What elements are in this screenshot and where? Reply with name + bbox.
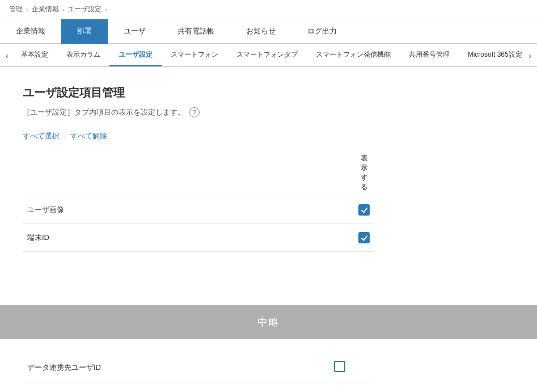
tab-basic[interactable]: 基本設定: [12, 44, 57, 66]
deselect-all-link[interactable]: すべて解除: [70, 131, 107, 141]
terminal-id-label: 端末ID: [23, 224, 354, 252]
breadcrumb-separator-1: ›: [26, 6, 28, 13]
tab-logout[interactable]: ログ出力: [291, 19, 353, 44]
bottom-settings-table: データ連携先ユーザID: [23, 353, 374, 382]
tab-smartphone-send[interactable]: スマートフォン発信機能: [307, 44, 400, 66]
tab-microsoft365[interactable]: Microsoft 365設定: [459, 44, 526, 66]
breadcrumb-item-3: ユーザ設定: [67, 5, 102, 14]
user-image-checkbox[interactable]: [358, 204, 370, 216]
page-description: ［ユーザ設定］タブ内項目の表示を設定します。 ?: [23, 107, 514, 117]
page-title: ユーザ設定項目管理: [23, 85, 514, 100]
settings-table: 表示する ユーザ画像 端末ID: [23, 150, 374, 252]
secondary-tab-bar: ‹ 基本設定 表示カラム ユーザ設定 スマートフォン スマートフォンタブ スマー…: [0, 44, 537, 67]
selection-divider: |: [64, 131, 66, 141]
bottom-content: データ連携先ユーザID 更新: [0, 339, 537, 392]
tab-shared-phonebook[interactable]: 共有電話帳: [162, 19, 230, 44]
breadcrumb-item-2: 企業情報: [32, 5, 59, 14]
table-row: データ連携先ユーザID: [23, 353, 374, 382]
tab-smartphone[interactable]: スマートフォン: [162, 44, 227, 66]
omission-bar: 中略: [0, 305, 537, 339]
primary-tab-bar: 企業情報 部署 ユーザ 共有電話帳 お知らせ ログ出力: [0, 19, 537, 44]
select-all-link[interactable]: すべて選択: [23, 131, 60, 141]
selection-actions: すべて選択 | すべて解除: [23, 131, 514, 141]
data-link-user-id-checkbox[interactable]: [334, 361, 345, 372]
data-link-user-id-check-cell: [305, 353, 374, 382]
table-row: 端末ID: [23, 224, 374, 252]
col-label-header: [23, 150, 354, 196]
tab-smartphone-tab[interactable]: スマートフォンタブ: [227, 44, 307, 66]
breadcrumb-arrow: ›: [105, 6, 107, 13]
tab-nav-prev[interactable]: ‹: [2, 51, 12, 60]
tab-user[interactable]: ユーザ: [108, 19, 162, 44]
description-text: ［ユーザ設定］タブ内項目の表示を設定します。: [23, 107, 185, 117]
tab-nav-next[interactable]: ›: [525, 51, 535, 60]
user-image-check-cell: [354, 196, 374, 224]
secondary-tab-list: 基本設定 表示カラム ユーザ設定 スマートフォン スマートフォンタブ スマートフ…: [12, 44, 526, 66]
terminal-id-check-cell: [354, 224, 374, 252]
tab-display-column[interactable]: 表示カラム: [57, 44, 109, 66]
tab-company[interactable]: 企業情報: [0, 19, 61, 44]
breadcrumb: 管理 › 企業情報 › ユーザ設定 ›: [0, 0, 537, 19]
data-link-user-id-label: データ連携先ユーザID: [23, 353, 305, 382]
col-show-header: 表示する: [354, 150, 374, 196]
tab-department[interactable]: 部署: [61, 19, 108, 44]
help-icon[interactable]: ?: [189, 107, 200, 117]
main-content: ユーザ設定項目管理 ［ユーザ設定］タブ内項目の表示を設定します。 ? すべて選択…: [0, 67, 537, 305]
breadcrumb-separator-2: ›: [62, 6, 65, 13]
terminal-id-checkbox[interactable]: [358, 232, 370, 243]
breadcrumb-item-1: 管理: [9, 5, 23, 14]
tab-shared-number[interactable]: 共用番号管理: [400, 44, 459, 66]
user-image-label: ユーザ画像: [23, 196, 354, 224]
table-row: ユーザ画像: [23, 196, 374, 224]
tab-notice[interactable]: お知らせ: [230, 19, 291, 44]
tab-user-settings[interactable]: ユーザ設定: [109, 44, 162, 66]
